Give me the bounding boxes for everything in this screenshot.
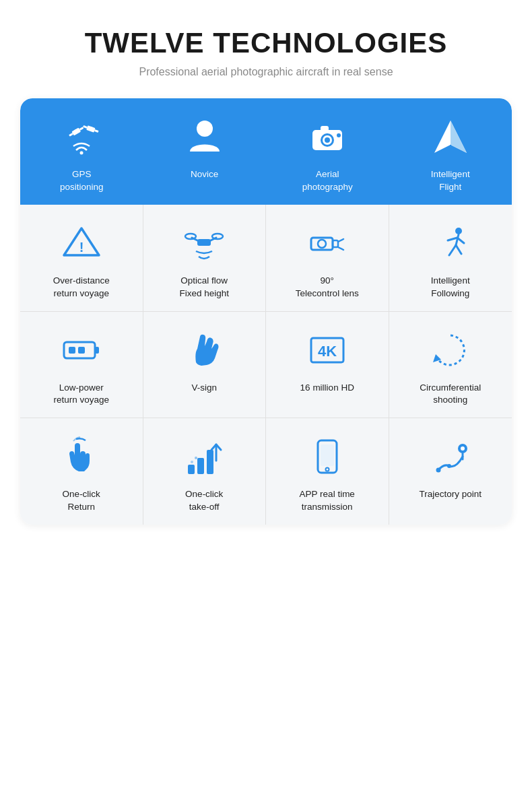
grid-row-1: ! Over-distancereturn voyage (20, 205, 512, 312)
svg-point-27 (318, 240, 326, 248)
svg-line-33 (449, 245, 456, 255)
svg-line-35 (448, 238, 457, 240)
cell-vsign: V-sign (143, 312, 267, 418)
trajectory-label: Trajectory point (419, 488, 481, 501)
svg-point-24 (185, 234, 196, 239)
svg-line-36 (457, 238, 464, 243)
vsign-icon (180, 327, 228, 374)
telecontrol-label: 90°Telecontrol lens (296, 275, 359, 300)
return-dist-icon: ! (58, 220, 105, 267)
svg-rect-39 (69, 347, 75, 354)
oneclick-icon (58, 433, 105, 480)
iflight-label: IntelligentFlight (431, 168, 470, 194)
svg-rect-14 (321, 126, 329, 131)
svg-rect-38 (95, 347, 99, 354)
svg-point-56 (447, 464, 451, 468)
svg-point-25 (212, 234, 223, 239)
svg-line-29 (338, 239, 343, 242)
cell-app: APP real timetransmission (266, 418, 389, 525)
novice-icon (181, 113, 228, 160)
feature-novice: Novice (143, 98, 267, 205)
return-dist-label: Over-distancereturn voyage (53, 275, 110, 300)
svg-text:4K: 4K (318, 343, 337, 360)
svg-point-52 (325, 468, 329, 471)
oneclick-label: One-clickReturn (63, 488, 100, 514)
svg-rect-45 (197, 458, 204, 474)
cell-following: IntelligentFollowing (389, 205, 512, 311)
novice-label: Novice (191, 168, 218, 181)
top-row: GPSpositioning Novice (20, 98, 512, 205)
vsign-label: V-sign (191, 382, 217, 395)
cell-return-dist: ! Over-distancereturn voyage (20, 205, 143, 311)
cell-circum: Circumferentialshooting (389, 312, 512, 418)
page-subtitle: Professional aerial photographic aircraf… (139, 66, 393, 78)
feature-grid: ! Over-distancereturn voyage (20, 205, 512, 525)
circum-label: Circumferentialshooting (420, 382, 481, 407)
svg-point-54 (461, 446, 465, 451)
cell-telecontrol: 90°Telecontrol lens (266, 205, 389, 311)
telecontrol-icon (304, 220, 351, 267)
gps-icon (58, 113, 105, 160)
svg-marker-17 (451, 121, 467, 153)
svg-point-8 (80, 152, 84, 155)
svg-point-13 (325, 137, 330, 143)
svg-point-48 (191, 461, 193, 463)
svg-text:!: ! (79, 240, 84, 255)
cell-oneclick: One-clickReturn (20, 418, 143, 525)
optical-icon (180, 220, 228, 267)
cell-optical: Optical flowFixed height (143, 205, 267, 311)
takeoff-label: One-clicktake-off (185, 488, 223, 514)
grid-row-2: Low-powerreturn voyage V-sign (20, 312, 512, 419)
hd-icon: 4K (304, 327, 351, 374)
grid-row-3: One-clickReturn (20, 418, 512, 525)
circum-icon (427, 327, 474, 374)
svg-rect-6 (94, 129, 99, 133)
svg-rect-28 (333, 240, 338, 247)
gps-label: GPSpositioning (60, 168, 104, 194)
svg-rect-5 (83, 125, 88, 129)
app-label: APP real timetransmission (300, 488, 355, 514)
hd-label: 16 million HD (300, 382, 354, 395)
feature-iflight: IntelligentFlight (389, 98, 512, 205)
takeoff-icon (180, 433, 228, 480)
svg-point-49 (195, 457, 197, 459)
app-icon (304, 433, 351, 480)
svg-rect-44 (188, 465, 195, 474)
feature-gps: GPSpositioning (20, 98, 143, 205)
following-label: IntelligentFollowing (431, 275, 470, 300)
lowpower-icon (58, 327, 105, 374)
cell-trajectory: Trajectory point (389, 418, 512, 525)
aerial-label: Aerialphotography (302, 168, 353, 194)
svg-point-9 (197, 121, 213, 137)
cell-lowpower: Low-powerreturn voyage (20, 312, 143, 418)
cell-takeoff: One-clicktake-off (143, 418, 267, 525)
svg-point-55 (436, 468, 440, 473)
svg-rect-46 (207, 450, 213, 474)
svg-line-34 (456, 245, 461, 254)
following-icon (427, 220, 474, 267)
main-card: GPSpositioning Novice (20, 98, 512, 525)
optical-label: Optical flowFixed height (179, 275, 229, 300)
lowpower-label: Low-powerreturn voyage (53, 382, 109, 407)
feature-aerial: Aerialphotography (266, 98, 389, 205)
cell-hd: 4K 16 million HD (266, 312, 389, 418)
iflight-icon (427, 113, 474, 160)
aerial-icon (304, 113, 351, 160)
svg-rect-40 (78, 347, 85, 354)
svg-rect-51 (321, 444, 334, 466)
svg-point-15 (337, 133, 341, 137)
svg-line-30 (338, 247, 343, 250)
trajectory-icon (427, 433, 474, 480)
page-title: TWELVE TECHNOLOGIES (85, 27, 448, 59)
